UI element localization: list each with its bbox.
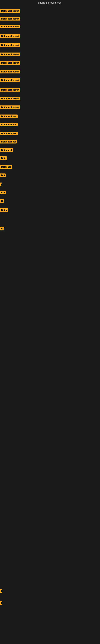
bottleneck-badge: | [0, 601, 2, 605]
bottleneck-badge-row: Bottleneck result [0, 43, 20, 48]
bottleneck-badge-row: Bottleneck res [0, 114, 18, 119]
bottleneck-badge-row: Bottleneck result [0, 96, 20, 101]
bottleneck-badge: Bottleneck result [0, 78, 20, 82]
bottleneck-badge-row: | [0, 589, 2, 594]
bottleneck-badge: Bottleneck result [0, 52, 20, 56]
bottleneck-badge: Bottlenec [0, 165, 12, 169]
bottleneck-badge-row: Bottleneck [0, 148, 13, 153]
bottleneck-badge-row: Bottleneck res [0, 140, 17, 144]
bottleneck-badge-row: Bottleneck result [0, 61, 20, 66]
bottleneck-badge-row: Bottleneck result [0, 106, 20, 110]
bottleneck-badge-row: Bottleneck result [0, 88, 20, 92]
bottleneck-badge: Bottleneck res [0, 114, 18, 118]
bottleneck-badge: Bottleneck result [0, 61, 20, 64]
bottleneck-badge-row: Bo [0, 227, 4, 231]
site-title: TheBottlenecker.com [0, 0, 100, 6]
bottleneck-badge-row: Bottlenec [0, 165, 12, 170]
bottleneck-badge-row: Bottleneck res [0, 123, 18, 127]
bottleneck-badge-row: Bottleneck result [0, 17, 20, 21]
bottleneck-badge: Bott [0, 156, 7, 160]
bottleneck-badge: | [0, 589, 2, 593]
bottleneck-badge: | [0, 182, 2, 186]
bottleneck-badge-row: Bottleneck result [0, 78, 20, 83]
bottleneck-badge-row: Bott [0, 156, 7, 161]
bottleneck-badge-row: Bottleneck result [0, 52, 20, 57]
bottleneck-badge: Bottleneck result [0, 106, 20, 109]
bottleneck-badge: Bottleneck res [0, 140, 17, 144]
bottleneck-badge-row: | [0, 182, 2, 187]
bottleneck-badge: Bottleneck result [0, 43, 20, 47]
bottleneck-badge: Bo [0, 199, 4, 203]
bottleneck-badge-row: Bot [0, 191, 6, 195]
bottleneck-badge: Bottleneck result [0, 25, 20, 28]
bottleneck-badge-row: Bottleneck result [0, 9, 20, 14]
bottleneck-badge: Bottleneck res [0, 123, 18, 126]
bottleneck-badge-row: Bot [0, 174, 6, 178]
bottleneck-badge: Bottleneck result [0, 70, 20, 74]
bottleneck-badge: Bo [0, 227, 4, 230]
bottleneck-badge: Bottleneck [0, 148, 13, 152]
bottleneck-badge: Bot [0, 174, 6, 177]
bottleneck-badge-row: Bottleneck result [0, 25, 20, 29]
bottleneck-badge: Bottleneck result [0, 88, 20, 92]
bottleneck-badge: Bottleneck result [0, 96, 20, 100]
bottleneck-badge-row: Bottleneck result [0, 34, 20, 39]
bottleneck-badge-row: Bottleneck result [0, 70, 20, 74]
bottleneck-badge-row: Bottle [0, 208, 8, 213]
bottleneck-badge: Bottle [0, 208, 8, 212]
bottleneck-badge-row: Bo [0, 199, 4, 204]
bottleneck-badge-row: | [0, 601, 2, 606]
bottleneck-badge: Bottleneck result [0, 34, 20, 38]
bottleneck-badge-row: Bottleneck res [0, 132, 18, 136]
bottleneck-badge: Bot [0, 191, 6, 194]
bottleneck-badge: Bottleneck result [0, 9, 20, 13]
bottleneck-badge: Bottleneck res [0, 132, 18, 135]
bottleneck-badge: Bottleneck result [0, 17, 20, 20]
